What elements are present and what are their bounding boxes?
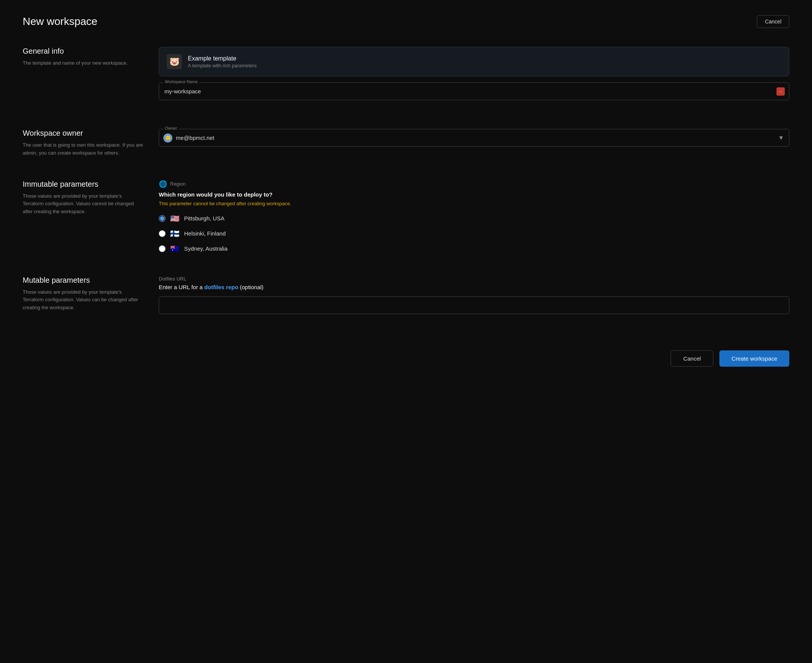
owner-label: Owner — [163, 126, 178, 130]
mutable-parameters-left: Mutable parameters Those values are prov… — [23, 276, 144, 320]
dotfiles-url-group — [159, 296, 789, 314]
region-radio-group: 🇺🇸 Pittsburgh, USA 🇫🇮 Helsinki, Finland … — [159, 214, 789, 253]
workspace-owner-title: Workspace owner — [23, 129, 144, 137]
create-workspace-button[interactable]: Create workspace — [720, 350, 789, 367]
radio-item-pittsburgh[interactable]: 🇺🇸 Pittsburgh, USA — [159, 214, 789, 223]
owner-select[interactable]: me@bpmct.net — [159, 129, 789, 147]
general-info-desc: The template and name of your new worksp… — [23, 59, 144, 67]
general-info-left: General info The template and name of yo… — [23, 47, 144, 106]
owner-select-wrapper: 🙂 me@bpmct.net ▼ — [159, 129, 789, 147]
mutable-parameters-right: Dotfiles URL Enter a URL for a dotfiles … — [159, 276, 789, 320]
template-card: 🐷 Example template A template with rich … — [159, 47, 789, 76]
template-subtitle: A template with rich parameters — [188, 63, 257, 68]
workspace-name-input[interactable] — [159, 82, 789, 100]
page-header: New workspace Cancel — [23, 15, 789, 28]
page-footer: Cancel Create workspace — [23, 343, 789, 367]
immutable-parameters-desc: Those values are provided by your templa… — [23, 192, 144, 216]
immutable-parameters-title: Immutable parameters — [23, 180, 144, 189]
radio-input-sydney[interactable] — [159, 245, 166, 252]
dotfiles-question-suffix: (optional) — [238, 284, 264, 290]
cancel-button-top[interactable]: Cancel — [757, 15, 789, 28]
workspace-name-group: Workspace Name ··· — [159, 82, 789, 100]
dotfiles-repo-link[interactable]: dotfiles repo — [204, 284, 238, 290]
template-name: Example template — [188, 55, 257, 62]
dotfiles-url-label: Dotfiles URL — [159, 276, 789, 281]
dotfiles-url-question: Enter a URL for a dotfiles repo (optiona… — [159, 284, 789, 290]
owner-select-group: Owner 🙂 me@bpmct.net ▼ — [159, 129, 789, 147]
param-warning: This parameter cannot be changed after c… — [159, 201, 789, 206]
cancel-button-footer[interactable]: Cancel — [671, 350, 713, 367]
mutable-parameters-title: Mutable parameters — [23, 276, 144, 285]
radio-input-pittsburgh[interactable] — [159, 215, 166, 222]
radio-label-helsinki: Helsinki, Finland — [184, 230, 226, 237]
template-info: Example template A template with rich pa… — [188, 55, 257, 68]
workspace-owner-left: Workspace owner The user that is going t… — [23, 129, 144, 157]
mutable-parameters-desc: Those values are provided by your templa… — [23, 288, 144, 312]
immutable-parameters-section: Immutable parameters Those values are pr… — [23, 180, 789, 253]
radio-item-sydney[interactable]: 🇦🇺 Sydney, Australia — [159, 244, 789, 253]
mutable-parameters-section: Mutable parameters Those values are prov… — [23, 276, 789, 320]
general-info-section: General info The template and name of yo… — [23, 47, 789, 106]
immutable-parameters-left: Immutable parameters Those values are pr… — [23, 180, 144, 253]
dotfiles-url-input[interactable] — [159, 296, 789, 314]
workspace-owner-right: Owner 🙂 me@bpmct.net ▼ — [159, 129, 789, 157]
radio-label-sydney: Sydney, Australia — [184, 245, 228, 252]
owner-avatar: 🙂 — [163, 133, 172, 142]
template-icon: 🐷 — [167, 54, 182, 69]
workspace-name-label: Workspace Name — [163, 79, 199, 84]
param-question: Which region would you like to deploy to… — [159, 191, 789, 198]
workspace-owner-section: Workspace owner The user that is going t… — [23, 129, 789, 157]
general-info-right: 🐷 Example template A template with rich … — [159, 47, 789, 106]
immutable-parameters-right: 🌐 Region Which region would you like to … — [159, 180, 789, 253]
param-section-name: Region — [170, 181, 186, 187]
flag-finland: 🇫🇮 — [170, 229, 180, 238]
general-info-title: General info — [23, 47, 144, 55]
radio-input-helsinki[interactable] — [159, 230, 166, 237]
radio-item-helsinki[interactable]: 🇫🇮 Helsinki, Finland — [159, 229, 789, 238]
flag-australia: 🇦🇺 — [170, 244, 180, 253]
flag-usa: 🇺🇸 — [170, 214, 180, 223]
region-globe-icon: 🌐 — [159, 180, 167, 188]
workspace-owner-desc: The user that is going to own this works… — [23, 141, 144, 157]
radio-label-pittsburgh: Pittsburgh, USA — [184, 215, 225, 222]
dotfiles-question-prefix: Enter a URL for a — [159, 284, 204, 290]
param-section-label: 🌐 Region — [159, 180, 789, 188]
page-title: New workspace — [23, 16, 97, 27]
error-icon: ··· — [776, 87, 785, 95]
